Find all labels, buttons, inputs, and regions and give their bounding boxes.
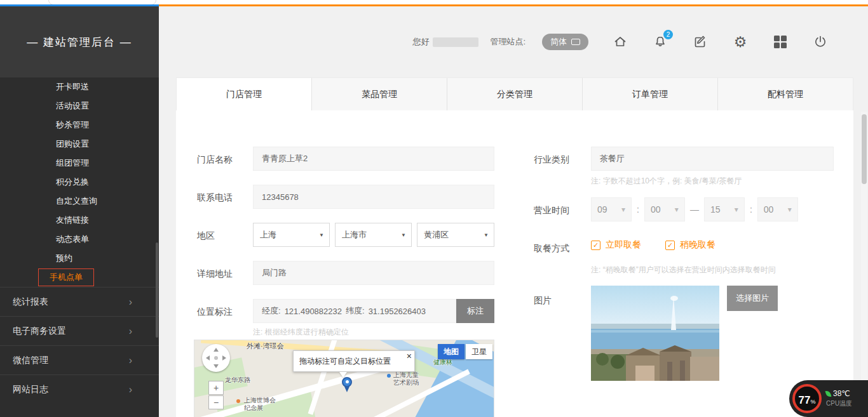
city-select[interactable]: 上海市 ▼ <box>335 223 412 247</box>
system-monitor-overlay[interactable]: 77% 38℃ CPU温度 <box>789 380 868 417</box>
zoom-in-button[interactable]: + <box>208 381 224 395</box>
pan-center-icon[interactable] <box>214 356 218 360</box>
sidebar-section-label: 电子商务设置 <box>13 326 66 337</box>
language-switch-button[interactable]: 简体 <box>542 34 588 50</box>
compose-button[interactable] <box>692 34 709 50</box>
home-icon <box>613 34 628 50</box>
location-label: 位置标注 <box>197 307 233 318</box>
open-minute-select[interactable]: 00 ▾ <box>644 197 685 222</box>
home-button[interactable] <box>612 34 628 50</box>
later-pickup-checkbox[interactable]: ✓ <box>665 241 675 250</box>
mark-location-button[interactable]: 标注 <box>456 299 494 323</box>
sidebar-item-links[interactable]: 友情链接 <box>0 211 159 230</box>
zoom-out-button[interactable]: − <box>208 395 224 409</box>
monitor-icon <box>571 39 580 45</box>
settings-button[interactable]: ⚙ <box>732 34 749 50</box>
sidebar-section-label: 微信管理 <box>13 355 48 366</box>
store-name-input[interactable]: 青青原上草2 <box>253 147 494 171</box>
satellite-mode-button[interactable]: 卫星 <box>466 344 492 359</box>
sidebar-section-reports[interactable]: 统计报表 › <box>0 287 159 316</box>
sidebar-item-booking[interactable]: 预约 <box>0 249 159 268</box>
sidebar-item-card-gift[interactable]: 开卡即送 <box>0 77 159 96</box>
tab-category-management[interactable]: 分类管理 <box>447 78 583 110</box>
browser-accent-line <box>159 4 868 6</box>
sidebar-item-points[interactable]: 积分兑换 <box>0 173 159 192</box>
district-select[interactable]: 黄浦区 ▼ <box>417 223 494 247</box>
map-mode-button[interactable]: 地图 <box>438 344 465 359</box>
map-tooltip-text: 拖动标注可自定义目标位置 <box>299 356 391 367</box>
cpu-temp-block: 38℃ CPU温度 <box>826 389 852 408</box>
gear-icon: ⚙ <box>734 35 747 50</box>
main-area: 您好 管理站点: 简体 2 ⚙ <box>159 6 868 417</box>
pan-left-icon[interactable] <box>206 355 210 361</box>
sidebar-item-custom-query[interactable]: 自定义查询 <box>0 192 159 211</box>
store-photo <box>591 286 719 381</box>
notifications-button[interactable]: 2 <box>652 34 668 50</box>
map-label-park: 健康林 <box>433 358 452 367</box>
immediate-pickup-checkbox[interactable]: ✓ <box>591 241 600 250</box>
close-icon[interactable]: × <box>407 351 412 361</box>
sidebar-item-activity[interactable]: 活动设置 <box>0 96 159 116</box>
later-pickup-option[interactable]: 稍晚取餐 <box>680 239 715 251</box>
sidebar-section-sitelog[interactable]: 网站日志 › <box>0 374 159 404</box>
province-select[interactable]: 上海 ▼ <box>253 223 330 247</box>
compose-icon <box>693 34 708 50</box>
pan-down-icon[interactable] <box>214 364 219 368</box>
cpu-usage-value: 77 <box>799 394 811 407</box>
industry-input[interactable]: 茶餐厅 <box>591 147 834 171</box>
pan-right-icon[interactable] <box>222 355 226 361</box>
region-label: 地区 <box>197 230 215 242</box>
sidebar-item-dynamic-form[interactable]: 动态表单 <box>0 230 159 249</box>
tab-dish-management[interactable]: 菜品管理 <box>312 78 447 110</box>
page-scrollbar[interactable] <box>861 112 867 417</box>
sidebar-item-groupbuy[interactable]: 团购设置 <box>0 135 159 154</box>
pan-up-icon[interactable] <box>214 348 219 352</box>
map-drag-tooltip: 拖动标注可自定义目标位置 × <box>293 350 415 372</box>
cpu-usage-gauge: 77% <box>792 384 822 413</box>
location-note: 注: 根据经纬度进行精确定位 <box>253 327 349 338</box>
phone-input[interactable]: 12345678 <box>253 185 494 209</box>
hours-label: 营业时间 <box>534 205 569 216</box>
username-redacted <box>433 37 478 47</box>
latitude-value: 31.1952626403 <box>369 307 426 316</box>
greeting-text: 您好 <box>412 36 429 48</box>
business-hours-row: 09 ▾ : 00 ▾ — 15 ▾ : 00 ▾ <box>591 197 798 222</box>
notification-badge: 2 <box>663 30 673 39</box>
apps-button[interactable] <box>772 34 789 50</box>
sidebar-section-wechat[interactable]: 微信管理 › <box>0 345 159 374</box>
sidebar-section-label: 网站日志 <box>13 384 48 395</box>
map-marker-tail <box>344 387 349 392</box>
immediate-pickup-option[interactable]: 立即取餐 <box>606 239 641 251</box>
sidebar-item-seckill[interactable]: 秒杀管理 <box>0 116 159 135</box>
tab-order-management[interactable]: 订单管理 <box>583 78 718 110</box>
map-pan-control[interactable] <box>202 344 230 372</box>
coordinates-field[interactable]: 经度: 121.490882232 纬度: 31.1952626403 <box>253 299 456 323</box>
address-input[interactable]: 局门路 <box>253 261 494 285</box>
longitude-value: 121.490882232 <box>285 307 342 316</box>
sidebar-scrollbar[interactable] <box>156 242 158 338</box>
caret-down-icon: ▼ <box>401 232 406 238</box>
scrollbar-thumb[interactable] <box>862 114 867 184</box>
pickup-label: 取餐方式 <box>534 243 569 255</box>
sidebar-section-label: 统计报表 <box>13 296 48 308</box>
industry-note: 注: 字数不超过10个字，例: 美食/粤菜/茶餐厅 <box>591 176 742 187</box>
tab-store-management[interactable]: 门店管理 <box>177 78 312 110</box>
map-widget[interactable]: 外滩·湾璟会 龙华东路 上海世博会 纪念展 上海儿童 艺术剧场 健康林 拖动标注… <box>194 340 494 417</box>
industry-label: 行业类别 <box>534 154 569 166</box>
language-label: 简体 <box>550 36 567 48</box>
sidebar-item-groupteam[interactable]: 组团管理 <box>0 154 159 173</box>
screen: — 建站管理后台 — 开卡即送 活动设置 秒杀管理 团购设置 组团管理 积分兑换… <box>0 0 868 417</box>
caret-down-icon: ▾ <box>735 205 738 214</box>
close-hour-select[interactable]: 15 ▾ <box>704 197 745 222</box>
open-hour-select[interactable]: 09 ▾ <box>591 197 632 222</box>
logout-button[interactable] <box>812 34 829 50</box>
pickup-note: 注: “稍晚取餐”用户可以选择在营业时间内选择取餐时间 <box>591 265 776 275</box>
sidebar-item-mobile-order[interactable]: 手机点单 <box>0 268 159 287</box>
close-minute-select[interactable]: 00 ▾ <box>757 197 798 222</box>
cpu-temp-value: 38℃ <box>833 389 850 398</box>
browser-strip <box>0 0 868 6</box>
choose-image-button[interactable]: 选择图片 <box>727 286 778 311</box>
tab-ingredient-management[interactable]: 配料管理 <box>718 78 853 110</box>
chevron-right-icon: › <box>129 355 132 366</box>
sidebar-section-ecommerce[interactable]: 电子商务设置 › <box>0 316 159 345</box>
